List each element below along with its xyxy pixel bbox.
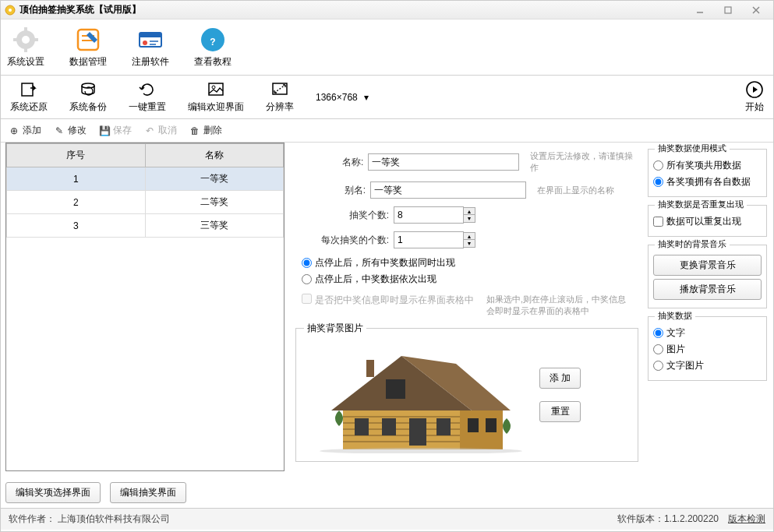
- save-icon: 💾: [99, 125, 110, 136]
- svg-line-27: [274, 85, 285, 93]
- save-button[interactable]: 💾保存: [99, 124, 132, 137]
- bg-reset-button[interactable]: 重置: [539, 401, 581, 422]
- svg-rect-41: [436, 418, 451, 435]
- play-icon: [745, 80, 764, 99]
- svg-rect-40: [409, 418, 426, 446]
- data-both-radio[interactable]: 文字图片: [653, 359, 762, 372]
- resolution-item: 分辨率: [266, 80, 294, 114]
- svg-rect-22: [22, 83, 33, 96]
- mode-each-radio[interactable]: 各奖项拥有各自数据: [653, 175, 762, 188]
- data-management-button[interactable]: 数据管理: [69, 26, 107, 69]
- draw-data-group: 抽奖数据 文字 图片 文字图片: [648, 316, 767, 381]
- close-button[interactable]: [742, 2, 770, 18]
- spin-up[interactable]: ▲: [464, 233, 475, 240]
- mode-shared-radio[interactable]: 所有奖项共用数据: [653, 159, 762, 172]
- svg-rect-16: [140, 33, 161, 37]
- col-index: 序号: [7, 144, 146, 167]
- register-software-button[interactable]: 注册软件: [132, 26, 169, 69]
- data-text-radio[interactable]: 文字: [653, 326, 762, 340]
- system-settings-button[interactable]: 系统设置: [7, 26, 44, 69]
- table-row[interactable]: 2二等奖: [7, 191, 284, 214]
- spin-down[interactable]: ▼: [464, 240, 475, 247]
- help-icon: ?: [199, 26, 227, 54]
- edit-draw-button[interactable]: 编辑抽奖界面: [110, 482, 186, 503]
- count-spinner[interactable]: ▲▼: [394, 206, 475, 224]
- form-panel: 名称: 设置后无法修改，请谨慎操作 别名: 在界面上显示的名称 抽奖个数: ▲▼…: [289, 143, 645, 508]
- restore-icon: [19, 80, 38, 99]
- spin-down[interactable]: ▼: [464, 215, 475, 222]
- author-value: 上海顶伯软件科技有限公司: [58, 513, 170, 524]
- repeat-group: 抽奖数据是否重复出现 数据可以重复出现: [648, 205, 767, 237]
- minimize-button[interactable]: [686, 2, 714, 18]
- delete-button[interactable]: 🗑删除: [189, 124, 222, 137]
- alias-input[interactable]: [370, 181, 526, 199]
- pencil-icon: ✎: [54, 125, 65, 136]
- start-button[interactable]: 开始: [745, 80, 764, 114]
- card-icon: [136, 26, 164, 54]
- note-icon: [74, 26, 102, 54]
- svg-rect-45: [366, 360, 374, 377]
- add-button[interactable]: ⊕添加: [9, 124, 41, 137]
- svg-rect-42: [468, 418, 479, 432]
- name-input[interactable]: [368, 153, 519, 171]
- change-music-button[interactable]: 更换背景音乐: [653, 255, 762, 276]
- svg-rect-8: [24, 27, 27, 32]
- version-label: 软件版本：: [617, 513, 664, 524]
- svg-rect-3: [725, 7, 731, 13]
- cancel-button[interactable]: ↶取消: [144, 124, 177, 137]
- svg-point-1: [9, 9, 12, 12]
- name-hint: 设置后无法修改，请谨慎操作: [530, 150, 638, 174]
- svg-point-25: [212, 86, 215, 89]
- stop-mode-seq[interactable]: 点停止后，中奖数据依次出现: [302, 273, 638, 286]
- image-icon: [207, 80, 225, 99]
- show-in-grid-label: 是否把中奖信息即时显示在界面表格中: [315, 294, 474, 307]
- alias-label: 别名:: [295, 184, 366, 197]
- count-label: 抽奖个数:: [295, 209, 389, 222]
- system-backup-button[interactable]: 系统备份: [69, 80, 107, 114]
- edit-prize-select-button[interactable]: 编辑奖项选择界面: [5, 482, 101, 503]
- table-row[interactable]: 1一等奖: [7, 167, 284, 191]
- edit-welcome-button[interactable]: 编辑欢迎界面: [188, 80, 244, 114]
- view-tutorial-button[interactable]: ? 查看教程: [194, 26, 231, 69]
- app-icon: [4, 4, 16, 16]
- svg-rect-38: [355, 418, 369, 435]
- backup-icon: [79, 80, 97, 99]
- system-restore-button[interactable]: 系统还原: [10, 80, 48, 114]
- resolution-dropdown[interactable]: 1366×768 ▾: [316, 92, 369, 103]
- data-image-radio[interactable]: 图片: [653, 343, 762, 356]
- status-bar: 软件作者： 上海顶伯软件科技有限公司 软件版本：1.1.2.200220 版本检…: [1, 508, 773, 530]
- titlebar: 顶伯抽签抽奖系统【试用版】: [1, 1, 773, 19]
- svg-rect-44: [386, 379, 405, 399]
- svg-rect-10: [13, 38, 18, 41]
- trash-icon: 🗑: [189, 125, 200, 136]
- svg-rect-9: [24, 48, 27, 52]
- bg-image-preview: [304, 336, 530, 453]
- window-title: 顶伯抽签抽奖系统【试用版】: [19, 3, 141, 16]
- bg-add-button[interactable]: 添 加: [539, 368, 581, 389]
- undo-icon: ↶: [144, 125, 155, 136]
- stop-mode-all[interactable]: 点停止后，所有中奖数据同时出现: [302, 256, 638, 270]
- table-row[interactable]: 3三等奖: [7, 214, 284, 238]
- main-ribbon: 系统设置 数据管理 注册软件 ? 查看教程: [1, 19, 773, 76]
- version-check-link[interactable]: 版本检测: [728, 513, 765, 526]
- maximize-button[interactable]: [714, 2, 742, 18]
- play-music-button[interactable]: 播放背景音乐: [653, 279, 762, 300]
- bg-image-group: 抽奖背景图片: [295, 328, 638, 462]
- secondary-toolbar: 系统还原 系统备份 一键重置 编辑欢迎界面 分辨率 1366×768 ▾ 开始: [1, 76, 773, 119]
- alias-hint: 在界面上显示的名称: [537, 185, 614, 196]
- edit-button[interactable]: ✎修改: [54, 124, 87, 137]
- prize-table[interactable]: 序号 名称 1一等奖 2二等奖 3三等奖: [5, 143, 285, 471]
- svg-rect-11: [34, 38, 38, 41]
- data-mode-group: 抽奖数据使用模式 所有奖项共用数据 各奖项拥有各自数据: [648, 149, 767, 197]
- svg-rect-39: [382, 418, 396, 435]
- svg-rect-43: [486, 418, 497, 432]
- one-click-reset-button[interactable]: 一键重置: [129, 80, 166, 114]
- spin-up[interactable]: ▲: [464, 208, 475, 215]
- svg-point-7: [22, 36, 30, 44]
- left-panel: 序号 名称 1一等奖 2二等奖 3三等奖 编辑奖项选择界面 编辑抽奖界面: [1, 143, 289, 508]
- show-in-grid-checkbox: [302, 294, 312, 304]
- bg-image-legend: 抽奖背景图片: [304, 322, 366, 335]
- per-spinner[interactable]: ▲▼: [394, 231, 475, 248]
- svg-text:?: ?: [210, 37, 215, 48]
- repeat-checkbox[interactable]: 数据可以重复出现: [653, 215, 762, 228]
